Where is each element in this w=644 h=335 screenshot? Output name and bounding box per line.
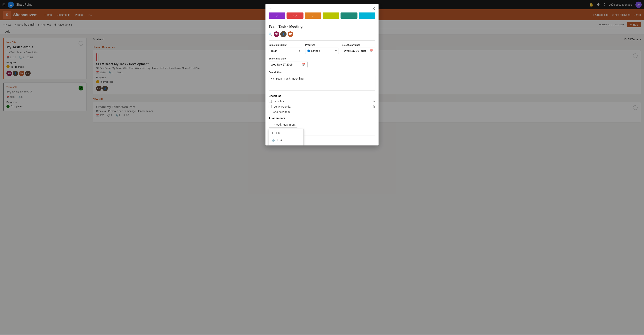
assignee-avatar-rm: RM [274,31,279,37]
attachments-label: Attachments [268,117,376,120]
add-item-label: Add new Item [273,110,290,114]
bucket-select[interactable]: To do ▾ [268,48,302,54]
due-date-section: Select due date Wed Nov 27 2019 📅 [268,57,376,68]
modal-section-dates: Select an Bucket To do ▾ Progress Starte… [266,41,378,145]
add-checklist-item-row: Add new Item [268,110,376,114]
assignee-avatar-tm: TM [288,31,293,37]
checklist-label: Checklist [268,94,376,98]
dropdown-link-item[interactable]: 🔗 Link [269,137,304,144]
progress-started-dot [308,50,310,52]
checklist-checkbox-1[interactable] [268,100,272,103]
start-date-input[interactable]: Wed Nov 20 2019 📅 [342,48,376,54]
color-chip-orange[interactable]: ✓ [305,13,322,19]
start-date-value: Wed Nov 20 2019 [344,49,366,53]
progress-field: Progress Started ▾ [305,44,339,54]
checklist-checkbox-new[interactable] [268,111,271,113]
progress-select-row: Started [308,49,320,53]
required-marker: * [266,21,378,25]
modal-row-top: Select an Bucket To do ▾ Progress Starte… [268,44,376,54]
description-section: Description My Team Task Meeting [268,71,376,91]
modal-title: Team Task - Meeting [266,25,378,31]
progress-value: Started [311,49,320,53]
modal-assignees: 🔍 RM 👤 TM [266,31,378,40]
add-attachment-container: + + Add Attachment ⬆ File 🔗 Link [268,122,298,129]
modal-top-bar: ⋯ ✕ [266,4,378,13]
start-date-label: Select start date [342,44,376,46]
description-textarea[interactable]: My Team Task Meeting [268,75,376,91]
checklist-delete-2[interactable]: 🗑 [372,105,376,108]
modal-color-picker: ✓ ✓ [266,13,378,21]
link-label: Link [277,139,282,142]
bucket-value: To do [271,49,277,53]
checklist-checkbox-2[interactable] [268,105,272,108]
attachment-more-1[interactable]: ⋯ [373,131,376,134]
attachments-section: Attachments + + Add Attachment ⬆ File [268,117,376,142]
attachment-dropdown: ⬆ File 🔗 Link ⬛ SharePoint [268,129,304,145]
task-modal: ⋯ ✕ ✓ ✓ * Team Task - Meeting 🔍 RM 👤 TM [266,4,378,145]
bucket-chevron-icon: ▾ [298,49,300,53]
dropdown-file-item[interactable]: ⬆ File [269,129,304,137]
color-chip-cyan[interactable] [359,13,376,19]
checklist-item-1: Item Teste 🗑 [268,99,376,103]
checklist-item-text-1: Item Teste [274,100,370,103]
modal-more-icon[interactable]: ⋯ [268,6,272,11]
link-icon: 🔗 [272,138,276,142]
file-label: File [276,131,280,134]
checklist-delete-1[interactable]: 🗑 [372,99,376,103]
assignee-avatar-img: 👤 [280,31,286,37]
due-date-value: Wed Nov 27 2019 [271,63,292,66]
due-date-input[interactable]: Wed Nov 27 2019 📅 [268,61,308,68]
start-date-field: Select start date Wed Nov 20 2019 📅 [342,44,376,54]
bucket-field: Select an Bucket To do ▾ [268,44,302,54]
add-attachment-button[interactable]: + + Add Attachment [268,122,298,128]
color-chip-teal[interactable] [340,13,357,19]
checklist-item-2: Verify Agenda 🗑 [268,105,376,108]
checklist-section: Checklist Item Teste 🗑 Verify Agenda 🗑 A… [268,94,376,114]
file-upload-icon: ⬆ [272,131,274,135]
color-chip-red[interactable]: ✓ [286,13,303,19]
progress-select[interactable]: Started ▾ [305,48,339,54]
dropdown-sharepoint-item[interactable]: ⬛ SharePoint [269,144,304,145]
checklist-item-text-2: Verify Agenda [274,105,370,108]
progress-field-label: Progress [305,44,339,46]
description-label: Description [268,71,376,74]
due-calendar-icon: 📅 [302,63,306,66]
color-chip-lime[interactable] [322,13,339,19]
attachment-more-2[interactable]: ⋯ [373,137,376,141]
bucket-label: Select an Bucket [268,44,302,46]
modal-close-button[interactable]: ✕ [372,6,376,11]
progress-chevron-icon: ▾ [335,49,336,53]
due-date-label: Select due date [268,57,376,60]
color-chip-purple[interactable] [268,13,285,19]
calendar-icon: 📅 [370,49,373,53]
assignee-search-icon[interactable]: 🔍 [268,32,272,36]
modal-overlay: ⋯ ✕ ✓ ✓ * Team Task - Meeting 🔍 RM 👤 TM [0,0,644,334]
add-attachment-label: + Add Attachment [274,123,295,126]
plus-icon: + [271,123,273,126]
